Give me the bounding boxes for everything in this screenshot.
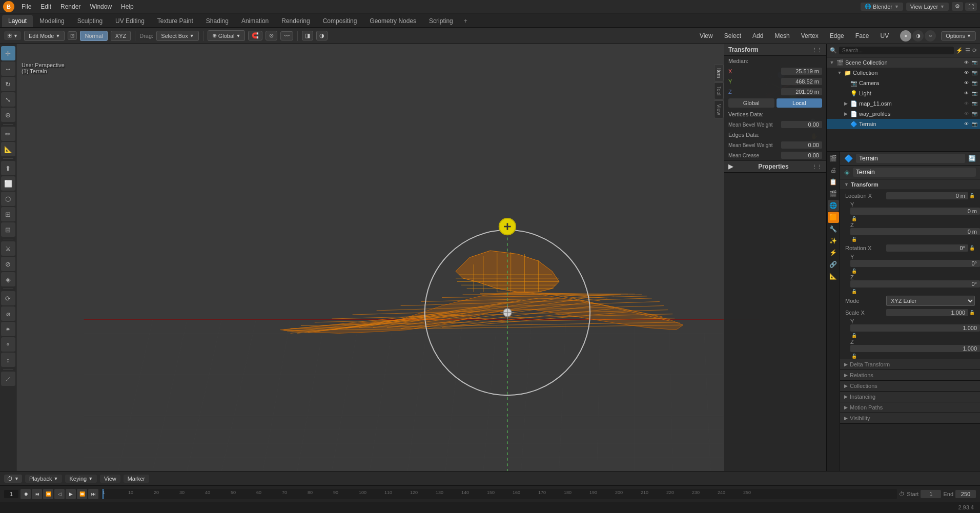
location-x-val[interactable]: 0 m	[886, 192, 968, 199]
transform-options-icon[interactable]: ⋮⋮	[812, 47, 822, 53]
outliner-map[interactable]: ▶ 📄 map_11.osm 👁 📷	[827, 98, 980, 109]
properties-section-header[interactable]: ▶ Properties ⋮⋮	[724, 161, 826, 173]
proportional-edit[interactable]: ⊙	[266, 31, 277, 40]
outliner-collection[interactable]: ▼ 📁 Collection 👁 📷	[827, 68, 980, 78]
instancing-section[interactable]: ▶ Instancing	[840, 392, 980, 402]
viewport-3d[interactable]: User Perspective (1) Terrain	[16, 44, 826, 471]
keying-btn[interactable]: Keying ▼	[65, 475, 97, 483]
mode-selector[interactable]: Edit Mode ▼	[24, 31, 65, 41]
shrink-fatten-tool[interactable]: ⚬	[1, 337, 15, 352]
location-y-val[interactable]: 0 m	[850, 208, 980, 215]
shading-mode[interactable]: ◑	[316, 31, 328, 40]
object-select-icon[interactable]: 🔄	[968, 155, 976, 162]
viewlayer-props-btn[interactable]: 📋	[828, 176, 839, 188]
shading-solid[interactable]: ●	[900, 30, 911, 42]
scene-props-btn[interactable]: 🎬	[828, 188, 839, 199]
end-frame-input[interactable]: 250	[955, 490, 976, 498]
jump-to-start-btn[interactable]: ⏮	[32, 489, 42, 499]
data-props-btn[interactable]: 📐	[828, 271, 839, 282]
inset-tool[interactable]: ⬜	[1, 176, 15, 191]
render-props-btn[interactable]: 🎬	[828, 153, 839, 164]
scale-y-lock[interactable]: 🔓	[851, 333, 857, 338]
play-reverse-btn[interactable]: ◁	[54, 489, 65, 499]
tab-rendering[interactable]: Rendering	[275, 15, 316, 27]
editor-type-selector[interactable]: ⊞▼	[4, 31, 21, 40]
add-menu[interactable]: Add	[748, 31, 767, 40]
tab-scripting[interactable]: Scripting	[423, 15, 459, 27]
scale-z-val[interactable]: 1.000	[850, 345, 980, 352]
smooth-tool[interactable]: ⌀	[1, 306, 15, 321]
modifier-props-btn[interactable]: 🔧	[828, 223, 839, 235]
step-forward-btn[interactable]: ⏩	[77, 489, 87, 499]
menu-file[interactable]: File	[17, 2, 35, 11]
menu-edit[interactable]: Edit	[36, 2, 55, 11]
edge-menu[interactable]: Edge	[826, 31, 848, 40]
outliner-way-profiles[interactable]: ▶ 📄 way_profiles 👁 📷	[827, 109, 980, 119]
way-visibility-btn[interactable]: 👁	[963, 110, 970, 117]
output-props-btn[interactable]: 🖨	[828, 165, 839, 176]
light-render-btn[interactable]: 📷	[971, 90, 978, 97]
rotation-x-lock[interactable]: 🔓	[969, 245, 975, 251]
push-pull-tool[interactable]: ↕	[1, 353, 15, 367]
tab-uv-editing[interactable]: UV Editing	[109, 15, 151, 27]
maximize-icon[interactable]: ⛶	[965, 3, 977, 11]
record-btn[interactable]: ⏺	[21, 489, 31, 499]
axes-selector[interactable]: XYZ	[111, 31, 131, 41]
add-workspace-button[interactable]: +	[460, 15, 472, 27]
scene-render-btn[interactable]: 📷	[971, 59, 978, 66]
transform-orientation[interactable]: Normal	[80, 31, 107, 41]
shear-tool[interactable]: ⟋	[1, 372, 15, 386]
constraints-props-btn[interactable]: 🔗	[828, 259, 839, 270]
tab-shading[interactable]: Shading	[200, 15, 235, 27]
edges-crease-value[interactable]: 0.00	[781, 152, 822, 159]
tab-layout[interactable]: Layout	[2, 15, 33, 27]
menu-help[interactable]: Help	[117, 2, 138, 11]
scale-z-lock[interactable]: 🔓	[851, 354, 857, 359]
transform-z-value[interactable]: 201.09 m	[781, 88, 822, 95]
transform-section-header[interactable]: Transform ⋮⋮	[724, 44, 826, 56]
marker-btn[interactable]: Marker	[124, 475, 149, 483]
light-visibility-btn[interactable]: 👁	[963, 90, 970, 97]
step-back-btn[interactable]: ⏪	[43, 489, 53, 499]
collections-section[interactable]: ▶ Collections	[840, 381, 980, 392]
extrude-tool[interactable]: ⬆	[1, 161, 15, 175]
tab-animation[interactable]: Animation	[235, 15, 275, 27]
transform-y-value[interactable]: 468.52 m	[781, 78, 822, 85]
menu-render[interactable]: Render	[56, 2, 85, 11]
local-button[interactable]: Local	[777, 98, 823, 108]
rotation-y-val[interactable]: 0°	[850, 260, 980, 267]
blender-logo[interactable]: B	[3, 1, 14, 12]
location-y-lock[interactable]: 🔓	[851, 216, 857, 221]
global-button[interactable]: Global	[728, 98, 774, 108]
knife-tool[interactable]: ⚔	[1, 241, 15, 256]
proportional-falloff[interactable]: 〰	[280, 31, 293, 40]
shading-material[interactable]: ◑	[912, 30, 924, 42]
tab-compositing[interactable]: Compositing	[317, 15, 363, 27]
location-z-lock[interactable]: 🔓	[851, 237, 857, 242]
particles-props-btn[interactable]: ✨	[828, 235, 839, 247]
play-btn[interactable]: ▶	[66, 489, 76, 499]
view-tab[interactable]: View	[714, 100, 724, 119]
playback-btn[interactable]: Playback ▼	[25, 475, 63, 483]
xray-toggle[interactable]: ◨	[302, 31, 313, 40]
uv-menu[interactable]: UV	[876, 31, 893, 40]
shading-rendered[interactable]: ○	[925, 30, 936, 42]
delta-transform-section[interactable]: ▶ Delta Transform	[840, 359, 980, 370]
outliner-scene-collection[interactable]: ▼ 🎬 Scene Collection 👁 📷	[827, 57, 980, 68]
physics-props-btn[interactable]: ⚡	[828, 247, 839, 258]
map-render-btn[interactable]: 📷	[971, 100, 978, 107]
view-btn[interactable]: View	[100, 475, 120, 483]
rotation-z-lock[interactable]: 🔓	[851, 289, 857, 294]
face-menu[interactable]: Face	[851, 31, 873, 40]
scale-x-lock[interactable]: 🔓	[969, 310, 975, 315]
snap-toggle[interactable]: 🧲	[248, 31, 262, 40]
rotation-mode-dropdown[interactable]: XYZ Euler	[886, 296, 975, 306]
vertex-menu[interactable]: Vertex	[797, 31, 823, 40]
select-menu[interactable]: Select	[720, 31, 745, 40]
tab-geometry-nodes[interactable]: Geometry Nodes	[363, 15, 422, 27]
rotate-tool[interactable]: ↻	[1, 77, 15, 91]
outliner-filter-btn[interactable]: ⚡	[956, 47, 963, 54]
scale-x-val[interactable]: 1.000	[886, 309, 968, 316]
camera-render-btn[interactable]: 📷	[971, 79, 978, 87]
scale-y-val[interactable]: 1.000	[850, 324, 980, 332]
